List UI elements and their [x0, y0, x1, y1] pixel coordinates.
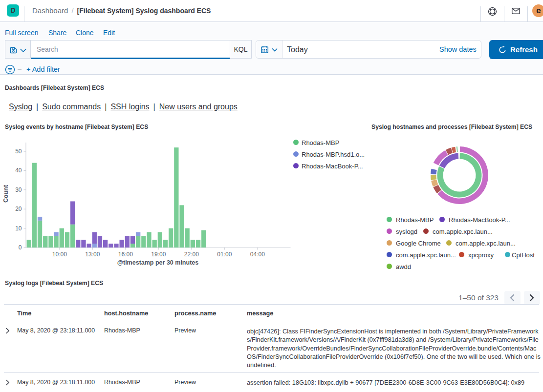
svg-text:30: 30 — [15, 186, 22, 193]
svg-text:13:00: 13:00 — [85, 251, 100, 258]
svg-text:0: 0 — [19, 244, 22, 251]
svg-text:04:00: 04:00 — [250, 251, 265, 258]
svg-text:16:00: 16:00 — [118, 251, 133, 258]
svg-text:10:00: 10:00 — [52, 251, 67, 258]
svg-text:50: 50 — [15, 148, 22, 155]
svg-text:@timestamp per 30 minutes: @timestamp per 30 minutes — [117, 259, 198, 266]
svg-text:10: 10 — [15, 225, 22, 232]
svg-text:20: 20 — [15, 206, 22, 212]
svg-text:22:00: 22:00 — [184, 251, 199, 258]
svg-text:40: 40 — [15, 167, 22, 174]
svg-text:01:00: 01:00 — [217, 251, 232, 258]
svg-text:19:00: 19:00 — [151, 251, 166, 258]
svg-text:Count: Count — [2, 185, 9, 203]
